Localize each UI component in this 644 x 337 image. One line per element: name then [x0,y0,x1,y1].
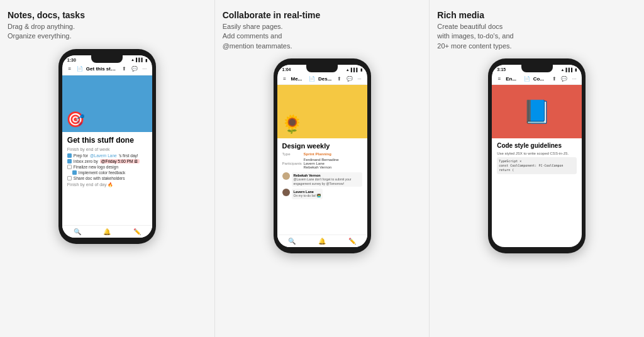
signal-icon: ▌▌▌ [136,58,144,62]
panel-subtitle: Easily share pages.Add comments and@ment… [223,22,422,51]
more-icon[interactable]: ··· [570,75,578,82]
phone-mockup: 1:04 ▲ ▌▌▌ ▮ ≡ Me... 📄 Des... ⬆ 💬 ··· 🌻 [274,58,371,253]
comment-bubble-1: Rebekah Vernon @Lavern Lane don't forget… [292,172,362,187]
meta-type-row: Type Sprint Planning [282,152,362,156]
comment-icon[interactable]: 💬 [346,75,353,82]
menu-icon[interactable]: ≡ [66,65,74,73]
nav-title-right: Des... [318,76,333,82]
status-icons: ▲ ▌▌▌ ▮ [346,67,362,72]
menu-icon[interactable]: ≡ [281,75,289,82]
section-label-2: Finish by end of day 🔥 [67,182,147,187]
phone-notch [306,65,338,72]
participant-name: Rebekah Vernon [304,165,339,169]
code-line: const CoolComponent: FC-CoolCompon [499,163,575,168]
hero-image: 🎯 [62,75,152,132]
task-checkbox[interactable] [67,165,72,169]
status-icons: ▲ ▌▌▌ ▮ [560,67,577,72]
target-icon: 🎯 [66,111,85,128]
avatar-1 [282,172,290,180]
battery-icon: ▮ [360,67,362,72]
code-line: return ( [499,168,575,172]
phone-screen: 1:30 ▲ ▌▌▌ ▮ ≡ 📄 Get this stuff do... ⬆ … [62,55,152,238]
phone-mockup: 3:15 ▲ ▌▌▌ ▮ ≡ En... 📄 Co... ⬆ 💬 ··· 📘 [488,58,586,253]
time-display: 1:30 [67,58,76,62]
task-checkbox[interactable] [67,176,72,180]
share-icon[interactable]: ⬆ [121,65,128,73]
comment-icon[interactable]: 💬 [560,75,568,82]
menu-icon[interactable]: ≡ [496,75,503,82]
bottom-bar: 🔍 🔔 ✏️ [62,225,152,238]
panel-header: Rich media Create beautiful docswith ima… [437,10,636,51]
task-checkbox[interactable] [72,170,77,175]
nav-bar: ≡ Me... 📄 Des... ⬆ 💬 ··· [277,73,367,85]
task-item: Finalize new logo design [67,165,147,169]
panel-header: Notes, docs, tasks Drag & drop anything.… [8,10,207,41]
phone-screen: 3:15 ▲ ▌▌▌ ▮ ≡ En... 📄 Co... ⬆ 💬 ··· 📘 [492,65,582,247]
page-title: Design weekly [282,142,362,150]
comment-row-2: Lavern Lane On my to-do list! 👩‍💻 [282,189,362,199]
battery-icon: ▮ [575,67,577,72]
phone-notch [521,65,553,72]
task-checkbox[interactable] [67,153,72,158]
comment-bubble-2: Lavern Lane On my to-do list! 👩‍💻 [292,189,323,199]
panel-header: Collaborate in real-time Easily share pa… [223,10,422,51]
nav-title-left: Me... [291,76,306,82]
page-subtitle: Use styled JSX to write scoped CSS-in-JS… [497,152,577,155]
compose-icon[interactable]: ✏️ [133,228,141,235]
nav-bar: ≡ 📄 Get this stuff do... ⬆ 💬 ··· [62,64,152,75]
sunflower-icon: 🌻 [281,114,303,135]
panel-collaborate: Collaborate in real-time Easily share pa… [215,0,430,337]
page-icon: 📄 [308,75,316,82]
time-display: 3:15 [497,67,506,72]
section-label: Finish by end of week [67,147,147,152]
panel-subtitle: Create beautiful docswith images, to-do'… [437,22,636,51]
task-item: Prep for @Lavern Lane's first day! [67,153,147,158]
page-content: Get this stuff done Finish by end of wee… [62,132,152,225]
comment-text-1: @Lavern Lane don't forget to submit your… [294,177,360,185]
panel-title: Collaborate in real-time [223,10,422,20]
hero-image: 🌻 [277,85,367,138]
phone-notch [91,55,123,63]
wifi-icon: ▲ [560,68,564,72]
signal-icon: ▌▌▌ [565,68,574,72]
type-label: Type [282,152,301,156]
avatar-2 [282,189,290,196]
panel-subtitle: Drag & drop anything.Organize everything… [8,22,207,41]
code-block: TypeScript ×const CoolComponent: FC-Cool… [497,157,577,174]
status-icons: ▲ ▌▌▌ ▮ [131,58,147,62]
panel-notes: Notes, docs, tasks Drag & drop anything.… [0,0,215,337]
signal-icon: ▌▌▌ [351,68,359,72]
notification-icon[interactable]: 🔔 [318,238,326,245]
more-icon[interactable]: ··· [356,75,364,82]
nav-title-right: Co... [533,76,548,82]
page-content: Code style guidelines Use styled JSX to … [492,138,582,247]
search-icon[interactable]: 🔍 [74,228,81,235]
task-item: Share doc with stakeholders [67,176,147,180]
participants-list: Ferdinand BernadineLavern LaneRebekah Ve… [304,158,339,169]
page-title: Get this stuff done [67,136,147,145]
share-icon[interactable]: ⬆ [336,75,343,82]
comment-icon[interactable]: 💬 [131,65,138,73]
share-icon[interactable]: ⬆ [550,75,558,82]
code-line: TypeScript × [499,159,575,163]
meta-participants-row: Participants Ferdinand BernadineLavern L… [282,158,362,169]
task-item: Implement color feedback [72,170,147,175]
wifi-icon: ▲ [131,58,135,62]
nav-title: Get this stuff do... [86,66,118,72]
phone-screen: 1:04 ▲ ▌▌▌ ▮ ≡ Me... 📄 Des... ⬆ 💬 ··· 🌻 [277,65,367,247]
bottom-bar: 🔍 🔔 ✏️ [277,235,367,247]
task-item: Inbox zero by @Friday 5:00 PM 🗓 [67,159,147,163]
book-icon: 📘 [523,99,551,125]
notification-icon[interactable]: 🔔 [103,228,111,235]
type-value: Sprint Planning [304,152,331,156]
compose-icon[interactable]: ✏️ [348,238,356,245]
battery-icon: ▮ [145,58,147,62]
nav-bar: ≡ En... 📄 Co... ⬆ 💬 ··· [492,73,582,85]
more-icon[interactable]: ··· [141,65,148,73]
page-content: Design weekly Type Sprint Planning Parti… [277,138,367,235]
page-icon: 📄 [76,65,84,73]
page-icon: 📄 [523,75,531,82]
search-icon[interactable]: 🔍 [288,238,296,245]
time-display: 1:04 [282,67,291,72]
task-checkbox[interactable] [67,159,72,163]
